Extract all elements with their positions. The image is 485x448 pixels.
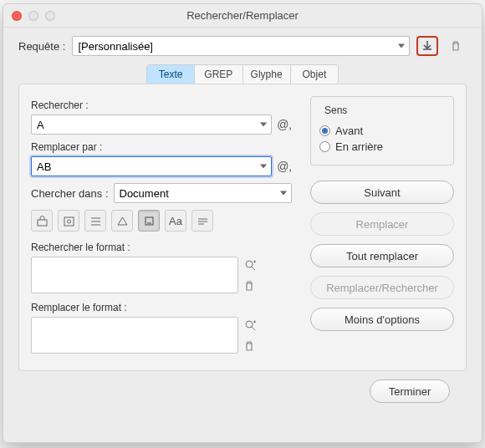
save-icon <box>421 40 433 52</box>
replace-label: Remplacer par : <box>31 141 292 153</box>
replace-button: Remplacer <box>310 212 454 236</box>
replace-format-specify-button[interactable] <box>243 318 258 332</box>
content-area: Requête : [Personnalisée] <box>3 28 482 423</box>
direction-fieldset: Sens Avant En arrière <box>310 96 454 165</box>
zoom-window-button <box>45 11 55 21</box>
footnote-icon <box>143 215 156 227</box>
svg-point-4 <box>246 261 253 267</box>
hidden-layers-toggle[interactable] <box>84 210 106 232</box>
find-next-button[interactable]: Suivant <box>310 181 454 204</box>
find-format-specify-button[interactable] <box>243 258 258 272</box>
options-panel: Rechercher : @‚ Remplacer par : @‚ <box>18 84 467 371</box>
whole-word-icon <box>197 215 209 227</box>
footnotes-toggle[interactable] <box>138 210 160 232</box>
find-field-wrap <box>31 115 272 135</box>
direction-forward-radio[interactable] <box>319 125 330 136</box>
footer: Terminer <box>18 371 467 411</box>
find-label: Rechercher : <box>31 99 292 111</box>
query-label: Requête : <box>18 40 65 53</box>
search-in-select[interactable]: Document <box>114 183 293 203</box>
titlebar: Rechercher/Remplacer <box>3 4 482 28</box>
search-in-label: Chercher dans : <box>31 187 109 200</box>
direction-legend: Sens <box>321 104 350 116</box>
direction-forward-label: Avant <box>335 125 363 137</box>
case-sensitive-toggle[interactable]: Aa <box>165 210 186 232</box>
tab-glyph[interactable]: Glyphe <box>243 65 291 84</box>
save-query-button[interactable] <box>416 36 438 56</box>
svg-rect-0 <box>38 220 47 226</box>
locked-stories-toggle[interactable] <box>58 210 79 232</box>
direction-backward-row[interactable]: En arrière <box>319 140 445 153</box>
lock-story-icon <box>63 215 75 227</box>
done-button[interactable]: Terminer <box>370 379 450 403</box>
trash-icon <box>450 40 462 52</box>
direction-backward-radio[interactable] <box>319 141 330 152</box>
whole-word-toggle[interactable] <box>191 210 213 232</box>
mode-tabs: Texte GREP Glyphe Objet <box>146 64 339 84</box>
query-row: Requête : [Personnalisée] <box>18 36 467 56</box>
replace-find-button: Remplacer/Rechercher <box>310 276 454 299</box>
close-window-button[interactable] <box>12 11 22 21</box>
find-replace-window: Rechercher/Remplacer Requête : [Personna… <box>3 3 482 443</box>
query-select[interactable]: [Personnalisée] <box>72 36 410 56</box>
find-special-char-button[interactable]: @‚ <box>277 118 292 131</box>
locked-layers-toggle[interactable] <box>31 210 53 232</box>
traffic-lights <box>12 11 55 21</box>
svg-point-5 <box>246 321 253 328</box>
lock-layer-icon <box>36 215 48 227</box>
tab-object[interactable]: Objet <box>291 65 338 84</box>
direction-backward-label: En arrière <box>335 140 383 153</box>
window-title: Rechercher/Remplacer <box>186 9 299 22</box>
find-format-box[interactable] <box>31 257 238 293</box>
direction-forward-row[interactable]: Avant <box>319 125 445 137</box>
find-format-label: Rechercher le format : <box>31 242 292 253</box>
scope-toolbar: Aa <box>31 210 292 232</box>
replace-format-clear-button[interactable] <box>243 340 258 352</box>
find-format-clear-button[interactable] <box>243 280 258 292</box>
replace-input[interactable] <box>31 156 272 176</box>
svg-rect-3 <box>146 217 153 225</box>
delete-query-button[interactable] <box>445 36 467 56</box>
hidden-icon <box>89 215 102 227</box>
svg-rect-1 <box>64 217 74 226</box>
right-column: Sens Avant En arrière Suivant Remplacer … <box>310 96 454 359</box>
fewer-options-button[interactable]: Moins d'options <box>310 308 454 331</box>
case-icon: Aa <box>169 215 182 227</box>
search-in-wrap: Document <box>114 183 293 203</box>
replace-field-wrap <box>31 156 272 176</box>
tab-grep[interactable]: GREP <box>195 65 242 84</box>
replace-format-box[interactable] <box>31 317 238 354</box>
master-icon <box>116 215 129 227</box>
left-column: Rechercher : @‚ Remplacer par : @‚ <box>31 96 292 359</box>
tab-text[interactable]: Texte <box>147 65 195 84</box>
master-pages-toggle[interactable] <box>111 210 133 232</box>
query-select-wrap: [Personnalisée] <box>72 36 410 56</box>
minimize-window-button <box>28 11 38 21</box>
replace-all-button[interactable]: Tout remplacer <box>310 244 454 267</box>
replace-format-label: Remplacer le format : <box>31 302 292 313</box>
find-input[interactable] <box>31 115 272 135</box>
replace-special-char-button[interactable]: @‚ <box>277 160 292 173</box>
svg-point-2 <box>67 220 70 223</box>
